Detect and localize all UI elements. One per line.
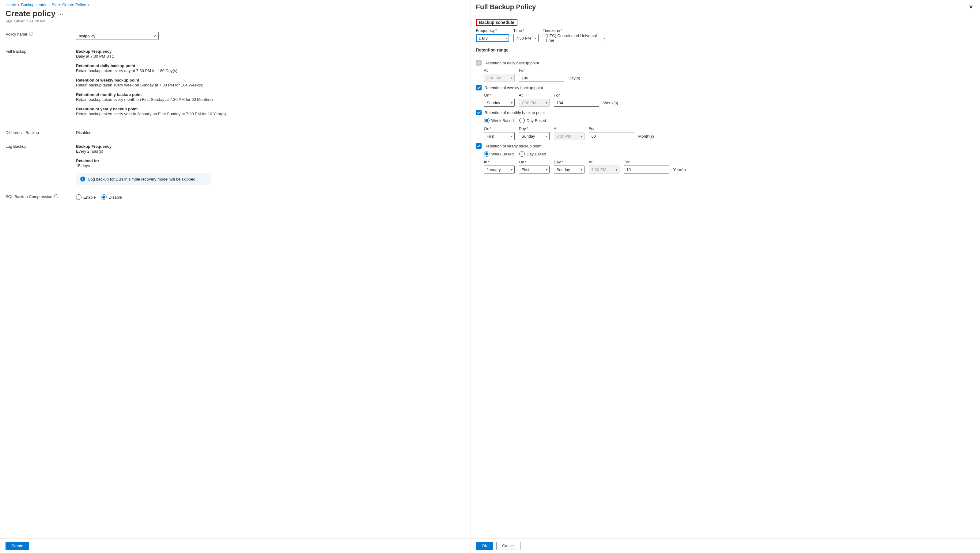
years-unit: Year(s): [673, 167, 686, 174]
monthly-retention-checkbox[interactable]: [476, 110, 482, 115]
info-icon[interactable]: i: [54, 194, 58, 198]
panel-title: Full Backup Policy: [476, 3, 536, 11]
chevron-down-icon: ▾: [546, 101, 547, 105]
cancel-button[interactable]: Cancel: [496, 542, 520, 550]
chevron-down-icon: ▾: [535, 37, 536, 40]
weekly-retention-checkbox[interactable]: [476, 85, 482, 91]
weekly-for-input[interactable]: 104: [554, 99, 599, 107]
breadcrumb: Home› Backup center› Start: Create Polic…: [5, 2, 465, 7]
page-subtitle: SQL Server in Azure VM: [5, 19, 465, 23]
differential-backup-value: Disabled: [76, 130, 92, 135]
yearly-retention-checkbox[interactable]: [476, 143, 482, 149]
yearly-retention-label: Retention of yearly backup point: [485, 144, 542, 148]
yearly-at-label: At: [589, 160, 619, 164]
log-freq-desc: Every 2 hour(s): [76, 149, 465, 154]
fb-monthly-desc: Retain backup taken every month on First…: [76, 97, 465, 102]
timezone-select[interactable]: (UTC) Coordinated Universal Time▾: [543, 34, 607, 42]
compression-enable-radio[interactable]: Enable: [76, 194, 95, 200]
fb-freq-title: Backup Frequency: [76, 49, 465, 54]
yearly-in-select[interactable]: January▾: [484, 166, 515, 174]
yearly-on-select[interactable]: First▾: [519, 166, 550, 174]
policy-name-label: Policy name: [5, 32, 27, 37]
fb-weekly-desc: Retain backup taken every week on Sunday…: [76, 83, 465, 88]
breadcrumb-start-create-policy[interactable]: Start: Create Policy: [51, 2, 86, 7]
weekly-on-label: On*: [484, 93, 515, 97]
monthly-for-input[interactable]: 60: [589, 132, 634, 140]
chevron-down-icon: ▾: [546, 168, 547, 171]
monthly-day-based-radio[interactable]: Day Based: [519, 118, 546, 123]
fb-daily-desc: Retain backup taken every day at 7:30 PM…: [76, 69, 465, 73]
chevron-down-icon: ▾: [511, 101, 512, 105]
full-backup-policy-panel: Full Backup Policy ✕ Backup schedule Fre…: [471, 0, 980, 553]
monthly-day-label: Day*: [519, 126, 550, 131]
time-select[interactable]: 7:30 PM▾: [514, 34, 539, 42]
close-icon[interactable]: ✕: [967, 3, 975, 11]
monthly-on-select[interactable]: First▾: [484, 132, 515, 140]
chevron-down-icon: ▾: [546, 135, 547, 138]
chevron-down-icon: ▾: [511, 135, 512, 138]
info-icon: i: [80, 177, 85, 182]
chevron-down-icon: ▾: [603, 37, 605, 40]
frequency-label: Frequency*: [476, 28, 509, 33]
create-policy-panel: Home› Backup center› Start: Create Polic…: [0, 0, 471, 553]
fb-yearly-desc: Retain backup taken every year in Januar…: [76, 112, 465, 116]
compression-disable-radio[interactable]: Disable: [101, 194, 122, 200]
weekly-at-label: At: [519, 93, 550, 97]
chevron-down-icon: ▾: [506, 37, 507, 40]
yearly-for-label: For: [624, 160, 669, 164]
backup-schedule-heading: Backup schedule: [476, 19, 517, 26]
check-icon: ✓: [153, 34, 157, 38]
weekly-retention-label: Retention of weekly backup point: [485, 86, 543, 90]
monthly-week-based-radio[interactable]: Week Based: [484, 118, 514, 123]
policy-name-input[interactable]: [76, 32, 159, 40]
daily-retention-checkbox: [476, 60, 482, 65]
breadcrumb-backup-center[interactable]: Backup center: [21, 2, 46, 7]
yearly-week-based-radio[interactable]: Week Based: [484, 151, 514, 157]
full-backup-label: Full Backup: [5, 49, 26, 54]
daily-for-input[interactable]: 180: [519, 74, 564, 82]
yearly-at-select: 7:30 PM▾: [589, 166, 619, 174]
monthly-on-label: On*: [484, 126, 515, 131]
retention-range-heading: Retention range: [476, 48, 975, 53]
breadcrumb-home[interactable]: Home: [5, 2, 16, 7]
chevron-down-icon: ▾: [581, 135, 582, 138]
daily-retention-label: Retention of daily backup point: [485, 61, 539, 65]
differential-backup-label: Differential Backup: [5, 130, 39, 135]
fb-monthly-title: Retention of monthly backup point: [76, 92, 465, 97]
chevron-down-icon: ▾: [511, 76, 512, 80]
log-ret-desc: 15 days: [76, 163, 465, 168]
daily-at-label: At: [484, 68, 515, 73]
info-icon[interactable]: i: [29, 32, 33, 36]
weekly-for-label: For: [554, 93, 599, 97]
frequency-select[interactable]: Daily▾: [476, 34, 509, 42]
yearly-for-input[interactable]: 10: [624, 166, 669, 174]
more-actions-icon[interactable]: ···: [60, 11, 66, 18]
monthly-at-select: 7:30 PM▾: [554, 132, 584, 140]
months-unit: Month(s): [638, 134, 654, 140]
yearly-in-label: In*: [484, 160, 515, 164]
time-label: Time*: [514, 28, 539, 33]
fb-weekly-title: Retention of weekly backup point: [76, 78, 465, 83]
fb-yearly-title: Retention of yearly backup point: [76, 107, 465, 111]
ok-button[interactable]: OK: [476, 542, 493, 550]
monthly-for-label: For: [589, 126, 634, 131]
log-freq-title: Backup Frequency: [76, 144, 465, 149]
daily-for-label: For: [519, 68, 564, 73]
weekly-at-select: 7:30 PM▾: [519, 99, 550, 107]
fb-freq-desc: Daily at 7:30 PM UTC: [76, 54, 465, 59]
monthly-day-select[interactable]: Sunday▾: [519, 132, 550, 140]
yearly-day-label: Day*: [554, 160, 584, 164]
yearly-day-based-radio[interactable]: Day Based: [519, 151, 546, 157]
log-ret-title: Retained for: [76, 158, 465, 163]
monthly-at-label: At: [554, 126, 584, 131]
chevron-down-icon: ▾: [511, 168, 512, 171]
weekly-on-select[interactable]: Sunday▾: [484, 99, 515, 107]
log-backup-label: Log Backup: [5, 144, 27, 149]
create-button[interactable]: Create: [5, 542, 29, 550]
timezone-label: Timezone*: [543, 28, 607, 33]
chevron-down-icon: ▾: [616, 168, 617, 171]
yearly-on-label: On*: [519, 160, 550, 164]
weeks-unit: Week(s): [603, 100, 618, 107]
yearly-day-select[interactable]: Sunday▾: [554, 166, 584, 174]
chevron-down-icon: ▾: [581, 168, 582, 171]
